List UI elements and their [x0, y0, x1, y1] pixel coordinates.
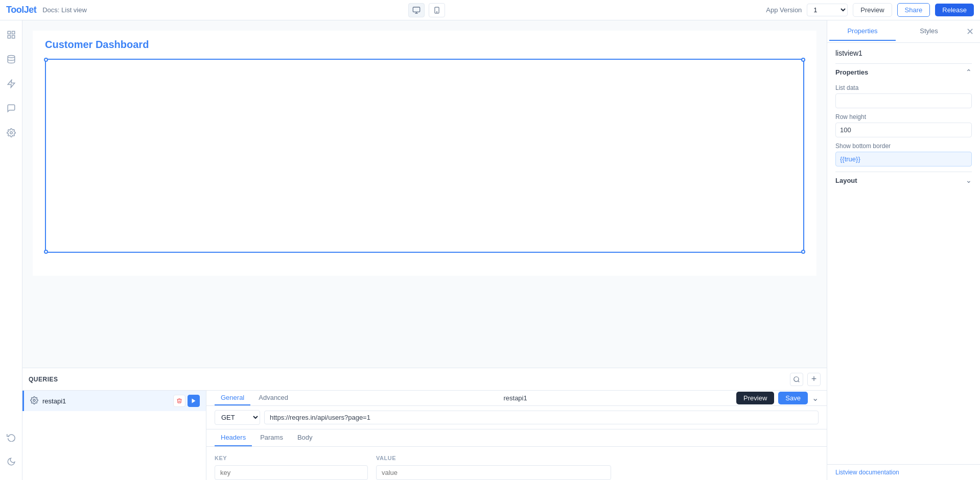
query-actions-right: Preview Save ⌄ — [736, 392, 819, 404]
svg-marker-8 — [8, 80, 15, 88]
page-title: Customer Dashboard — [33, 31, 816, 59]
sidebar — [0, 20, 22, 480]
query-editor-header: General Advanced restapi1 Preview Save ⌄ — [206, 391, 827, 406]
tab-styles[interactable]: Styles — [896, 22, 962, 41]
query-item[interactable]: restapi1 — [22, 391, 206, 411]
canvas-container: Customer Dashboard QUERIES + — [22, 20, 827, 480]
version-select[interactable]: 1 — [807, 4, 848, 16]
svg-rect-3 — [8, 31, 10, 34]
svg-rect-4 — [12, 31, 14, 34]
query-item-actions — [173, 395, 200, 407]
show-border-label: Show bottom border — [835, 142, 972, 150]
sidebar-icon-theme[interactable] — [3, 453, 19, 470]
layout-section-header[interactable]: Layout ⌄ — [835, 172, 972, 188]
query-editor: General Advanced restapi1 Preview Save ⌄… — [206, 391, 827, 480]
resize-handle-br[interactable] — [801, 250, 805, 254]
collapse-query-button[interactable]: ⌄ — [812, 393, 819, 403]
mobile-view-button[interactable] — [429, 3, 445, 17]
header-value-input[interactable] — [376, 465, 611, 480]
properties-section-title: Properties — [835, 68, 868, 76]
svg-marker-13 — [192, 399, 196, 403]
headers-table: KEY VALUE — [206, 447, 827, 480]
sidebar-icon-data[interactable] — [3, 51, 19, 67]
right-panel: Properties Styles ✕ listview1 Properties… — [827, 20, 980, 480]
properties-section-arrow: ⌃ — [966, 68, 972, 76]
svg-point-7 — [8, 56, 15, 58]
col-key-label: KEY — [215, 455, 368, 461]
row-height-input[interactable] — [835, 123, 972, 137]
svg-rect-0 — [413, 7, 419, 12]
topbar-center — [93, 3, 760, 17]
tab-general[interactable]: General — [215, 391, 250, 405]
queries-body: restapi1 General — [22, 391, 827, 480]
sidebar-icon-pages[interactable] — [3, 27, 19, 43]
list-data-label: List data — [835, 84, 972, 91]
resize-handle-bl[interactable] — [44, 250, 48, 254]
svg-point-10 — [794, 376, 799, 381]
canvas-page: Customer Dashboard — [33, 31, 816, 276]
sidebar-icon-chat[interactable] — [3, 100, 19, 116]
delete-query-button[interactable] — [173, 395, 185, 407]
desktop-view-button[interactable] — [408, 3, 425, 17]
list-data-input[interactable] — [835, 93, 972, 108]
search-queries-button[interactable] — [790, 373, 803, 386]
query-editor-name: restapi1 — [296, 394, 734, 402]
headers-col-labels: KEY VALUE — [215, 455, 819, 461]
url-input[interactable] — [264, 411, 819, 424]
queries-panel: QUERIES + restapi1 — [22, 368, 827, 480]
row-height-label: Row height — [835, 113, 972, 121]
listview-widget[interactable] — [45, 59, 804, 253]
prop-list-data: List data — [835, 84, 972, 113]
prop-row-height: Row height — [835, 113, 972, 142]
widget-name: listview1 — [835, 49, 972, 57]
tab-properties[interactable]: Properties — [829, 22, 896, 41]
properties-section-header[interactable]: Properties ⌃ — [835, 63, 972, 80]
query-name: restapi1 — [42, 397, 169, 405]
sidebar-icon-components[interactable] — [3, 76, 19, 92]
svg-point-12 — [33, 399, 35, 401]
right-panel-header: Properties Styles ✕ — [827, 20, 980, 43]
query-subtabs: Headers Params Body — [206, 429, 827, 447]
queries-header: QUERIES + — [22, 368, 827, 391]
method-select[interactable]: GET POST PUT DELETE PATCH — [215, 410, 260, 425]
svg-point-9 — [10, 132, 12, 134]
svg-rect-5 — [8, 36, 10, 38]
resize-handle-tl[interactable] — [44, 58, 48, 62]
svg-line-11 — [798, 380, 800, 382]
logo: ToolJet — [6, 5, 36, 15]
headers-row — [215, 465, 819, 480]
tab-advanced[interactable]: Advanced — [252, 391, 294, 405]
canvas-scroll: Customer Dashboard — [22, 20, 827, 368]
add-query-button[interactable]: + — [807, 373, 821, 386]
resize-handle-tr[interactable] — [801, 58, 805, 62]
subtab-headers[interactable]: Headers — [215, 429, 252, 446]
header-key-input[interactable] — [215, 465, 368, 480]
right-panel-body: listview1 Properties ⌃ List data Row hei… — [827, 43, 980, 464]
listview-doc-link[interactable]: Listview documentation — [827, 464, 980, 480]
svg-rect-6 — [12, 36, 14, 38]
doc-title: Docs: List view — [42, 6, 87, 14]
sidebar-icon-undo[interactable] — [3, 429, 19, 445]
col-value-label: VALUE — [376, 455, 819, 461]
layout-section-title: Layout — [835, 177, 857, 184]
query-item-icon — [30, 396, 38, 406]
layout-section-arrow: ⌄ — [966, 176, 972, 184]
share-button[interactable]: Share — [897, 3, 930, 17]
preview-button[interactable]: Preview — [853, 3, 892, 17]
queries-label: QUERIES — [29, 376, 786, 383]
query-preview-button[interactable]: Preview — [736, 392, 774, 404]
topbar: ToolJet Docs: List view App Version 1 Pr… — [0, 0, 980, 20]
query-save-button[interactable]: Save — [778, 392, 808, 404]
svg-point-2 — [436, 11, 437, 12]
prop-show-border: Show bottom border — [835, 142, 972, 172]
sidebar-icon-settings[interactable] — [3, 125, 19, 141]
subtab-body[interactable]: Body — [291, 429, 319, 446]
release-button[interactable]: Release — [935, 4, 974, 16]
close-right-panel-button[interactable]: ✕ — [962, 24, 978, 39]
show-border-input[interactable] — [835, 152, 972, 166]
query-url-bar: GET POST PUT DELETE PATCH — [206, 406, 827, 429]
subtab-params[interactable]: Params — [254, 429, 289, 446]
topbar-right: App Version 1 Preview Share Release — [766, 3, 974, 17]
run-query-button[interactable] — [188, 395, 200, 407]
app-version-label: App Version — [766, 6, 802, 14]
